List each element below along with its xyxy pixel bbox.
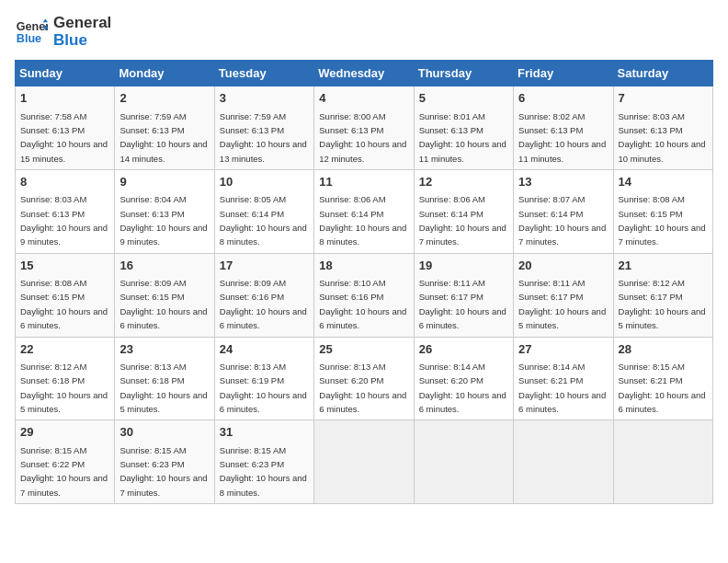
calendar-cell: 12 Sunrise: 8:06 AMSunset: 6:14 PMDaylig… xyxy=(414,170,513,254)
day-number: 6 xyxy=(518,90,608,107)
day-number: 21 xyxy=(619,258,708,274)
cell-info: Sunrise: 8:11 AMSunset: 6:17 PMDaylight:… xyxy=(419,278,506,330)
weekday-header-wednesday: Wednesday xyxy=(314,61,414,86)
calendar-cell: 6 Sunrise: 8:02 AMSunset: 6:13 PMDayligh… xyxy=(514,86,613,170)
day-number: 16 xyxy=(119,258,209,274)
day-number: 4 xyxy=(319,90,408,107)
day-number: 12 xyxy=(419,174,508,190)
page-header: General Blue General Blue xyxy=(15,15,713,49)
calendar-cell: 21 Sunrise: 8:12 AMSunset: 6:17 PMDaylig… xyxy=(613,253,712,337)
weekday-header-sunday: Sunday xyxy=(16,61,115,86)
calendar-cell: 11 Sunrise: 8:06 AMSunset: 6:14 PMDaylig… xyxy=(314,170,414,254)
calendar-cell xyxy=(514,420,613,504)
calendar-cell: 19 Sunrise: 8:11 AMSunset: 6:17 PMDaylig… xyxy=(414,253,513,337)
calendar-cell: 15 Sunrise: 8:08 AMSunset: 6:15 PMDaylig… xyxy=(16,253,115,337)
calendar-cell: 14 Sunrise: 8:08 AMSunset: 6:15 PMDaylig… xyxy=(613,170,712,254)
calendar-cell: 8 Sunrise: 8:03 AMSunset: 6:13 PMDayligh… xyxy=(16,170,115,254)
calendar-cell: 17 Sunrise: 8:09 AMSunset: 6:16 PMDaylig… xyxy=(214,253,313,337)
cell-info: Sunrise: 8:13 AMSunset: 6:20 PMDaylight:… xyxy=(319,362,406,414)
day-number: 29 xyxy=(20,424,109,441)
logo: General Blue General Blue xyxy=(15,15,111,49)
weekday-header-thursday: Thursday xyxy=(414,61,513,86)
cell-info: Sunrise: 8:13 AMSunset: 6:18 PMDaylight:… xyxy=(119,362,207,414)
day-number: 17 xyxy=(220,258,309,274)
cell-info: Sunrise: 8:08 AMSunset: 6:15 PMDaylight:… xyxy=(619,194,706,247)
cell-info: Sunrise: 8:12 AMSunset: 6:17 PMDaylight:… xyxy=(619,278,706,330)
day-number: 27 xyxy=(518,341,608,358)
calendar-cell xyxy=(613,420,712,504)
day-number: 26 xyxy=(419,341,508,358)
calendar-cell: 29 Sunrise: 8:15 AMSunset: 6:22 PMDaylig… xyxy=(16,420,115,504)
cell-info: Sunrise: 8:15 AMSunset: 6:23 PMDaylight:… xyxy=(220,445,307,498)
calendar-cell: 5 Sunrise: 8:01 AMSunset: 6:13 PMDayligh… xyxy=(414,86,513,170)
cell-info: Sunrise: 8:09 AMSunset: 6:15 PMDaylight:… xyxy=(119,278,207,330)
day-number: 5 xyxy=(419,90,508,107)
calendar-table: SundayMondayTuesdayWednesdayThursdayFrid… xyxy=(15,60,713,504)
cell-info: Sunrise: 7:58 AMSunset: 6:13 PMDaylight:… xyxy=(20,111,108,164)
cell-info: Sunrise: 8:03 AMSunset: 6:13 PMDaylight:… xyxy=(20,194,108,247)
day-number: 10 xyxy=(220,174,309,190)
cell-info: Sunrise: 8:14 AMSunset: 6:20 PMDaylight:… xyxy=(419,362,506,414)
cell-info: Sunrise: 8:06 AMSunset: 6:14 PMDaylight:… xyxy=(319,194,406,247)
day-number: 18 xyxy=(319,258,408,274)
logo-icon: General Blue xyxy=(15,16,48,49)
cell-info: Sunrise: 8:09 AMSunset: 6:16 PMDaylight:… xyxy=(220,278,307,330)
calendar-cell: 4 Sunrise: 8:00 AMSunset: 6:13 PMDayligh… xyxy=(314,86,414,170)
cell-info: Sunrise: 8:04 AMSunset: 6:13 PMDaylight:… xyxy=(119,194,207,247)
day-number: 9 xyxy=(119,174,209,190)
cell-info: Sunrise: 8:01 AMSunset: 6:13 PMDaylight:… xyxy=(419,111,506,164)
cell-info: Sunrise: 8:10 AMSunset: 6:16 PMDaylight:… xyxy=(319,278,406,330)
cell-info: Sunrise: 8:13 AMSunset: 6:19 PMDaylight:… xyxy=(220,362,307,414)
day-number: 13 xyxy=(518,174,608,190)
cell-info: Sunrise: 8:11 AMSunset: 6:17 PMDaylight:… xyxy=(518,278,606,330)
cell-info: Sunrise: 8:02 AMSunset: 6:13 PMDaylight:… xyxy=(518,111,606,164)
cell-info: Sunrise: 8:15 AMSunset: 6:23 PMDaylight:… xyxy=(119,445,207,498)
cell-info: Sunrise: 8:14 AMSunset: 6:21 PMDaylight:… xyxy=(518,362,606,414)
day-number: 22 xyxy=(20,341,109,358)
calendar-cell: 25 Sunrise: 8:13 AMSunset: 6:20 PMDaylig… xyxy=(314,337,414,420)
calendar-cell: 3 Sunrise: 7:59 AMSunset: 6:13 PMDayligh… xyxy=(214,86,313,170)
calendar-cell: 9 Sunrise: 8:04 AMSunset: 6:13 PMDayligh… xyxy=(115,170,214,254)
calendar-cell: 27 Sunrise: 8:14 AMSunset: 6:21 PMDaylig… xyxy=(514,337,613,420)
cell-info: Sunrise: 8:12 AMSunset: 6:18 PMDaylight:… xyxy=(20,362,108,414)
calendar-cell: 7 Sunrise: 8:03 AMSunset: 6:13 PMDayligh… xyxy=(613,86,712,170)
calendar-cell: 13 Sunrise: 8:07 AMSunset: 6:14 PMDaylig… xyxy=(514,170,613,254)
day-number: 31 xyxy=(220,424,309,441)
cell-info: Sunrise: 7:59 AMSunset: 6:13 PMDaylight:… xyxy=(119,111,207,164)
day-number: 24 xyxy=(220,341,309,358)
cell-info: Sunrise: 7:59 AMSunset: 6:13 PMDaylight:… xyxy=(220,111,307,164)
calendar-cell: 31 Sunrise: 8:15 AMSunset: 6:23 PMDaylig… xyxy=(214,420,313,504)
day-number: 30 xyxy=(119,424,209,441)
day-number: 28 xyxy=(619,341,708,358)
day-number: 2 xyxy=(119,90,209,107)
weekday-header-tuesday: Tuesday xyxy=(214,61,313,86)
calendar-cell: 10 Sunrise: 8:05 AMSunset: 6:14 PMDaylig… xyxy=(214,170,313,254)
calendar-cell: 16 Sunrise: 8:09 AMSunset: 6:15 PMDaylig… xyxy=(115,253,214,337)
day-number: 7 xyxy=(619,90,708,107)
calendar-cell: 1 Sunrise: 7:58 AMSunset: 6:13 PMDayligh… xyxy=(16,86,115,170)
day-number: 3 xyxy=(220,90,309,107)
calendar-cell: 22 Sunrise: 8:12 AMSunset: 6:18 PMDaylig… xyxy=(16,337,115,420)
day-number: 11 xyxy=(319,174,408,190)
cell-info: Sunrise: 8:03 AMSunset: 6:13 PMDaylight:… xyxy=(619,111,706,164)
day-number: 20 xyxy=(518,258,608,274)
day-number: 19 xyxy=(419,258,508,274)
calendar-cell xyxy=(414,420,513,504)
cell-info: Sunrise: 8:00 AMSunset: 6:13 PMDaylight:… xyxy=(319,111,406,164)
day-number: 14 xyxy=(619,174,708,190)
cell-info: Sunrise: 8:08 AMSunset: 6:15 PMDaylight:… xyxy=(20,278,108,330)
cell-info: Sunrise: 8:15 AMSunset: 6:22 PMDaylight:… xyxy=(20,445,108,498)
calendar-cell: 20 Sunrise: 8:11 AMSunset: 6:17 PMDaylig… xyxy=(514,253,613,337)
calendar-cell: 30 Sunrise: 8:15 AMSunset: 6:23 PMDaylig… xyxy=(115,420,214,504)
calendar-cell: 28 Sunrise: 8:15 AMSunset: 6:21 PMDaylig… xyxy=(613,337,712,420)
calendar-cell: 23 Sunrise: 8:13 AMSunset: 6:18 PMDaylig… xyxy=(115,337,214,420)
weekday-header-monday: Monday xyxy=(115,61,214,86)
weekday-header-saturday: Saturday xyxy=(613,61,712,86)
day-number: 8 xyxy=(20,174,109,190)
day-number: 1 xyxy=(20,90,109,107)
day-number: 15 xyxy=(20,258,109,274)
calendar-cell: 2 Sunrise: 7:59 AMSunset: 6:13 PMDayligh… xyxy=(115,86,214,170)
cell-info: Sunrise: 8:06 AMSunset: 6:14 PMDaylight:… xyxy=(419,194,506,247)
calendar-cell xyxy=(314,420,414,504)
day-number: 25 xyxy=(319,341,408,358)
